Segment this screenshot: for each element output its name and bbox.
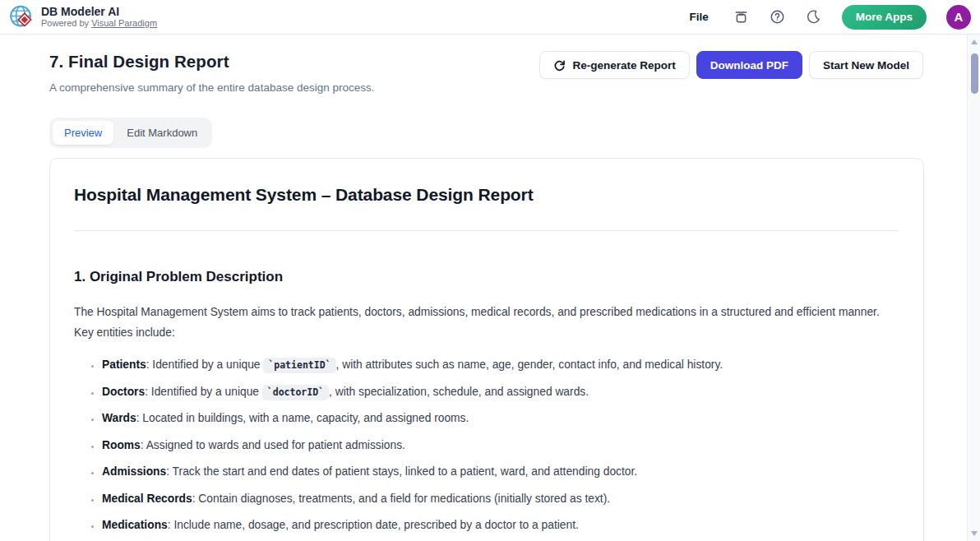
divider (74, 230, 899, 231)
page-subtitle: A comprehensive summary of the entire da… (49, 81, 374, 94)
list-item-medical-records: Medical Records: Contain diagnoses, trea… (102, 491, 899, 507)
scrollbar-thumb[interactable] (971, 53, 978, 94)
header-right-cluster: File More Apps A (684, 5, 971, 30)
vertical-scrollbar[interactable] (967, 35, 980, 541)
list-item-medications: Medications: Include name, dosage, and p… (102, 517, 899, 534)
app-identity: DB Modeler AI Powered by Visual Paradigm (41, 5, 157, 29)
help-icon[interactable] (770, 9, 786, 25)
entity-name: Wards (102, 412, 136, 424)
entity-name: Rooms (102, 439, 141, 451)
inline-code: `patientID` (263, 358, 335, 373)
action-buttons: Re-generate Report Download PDF Start Ne… (539, 51, 923, 79)
list-item-rooms: Rooms: Assigned to wards and used for pa… (102, 437, 899, 454)
entity-name: Medications (102, 519, 168, 531)
section-heading: 1. Original Problem Description (74, 269, 899, 285)
archive-icon[interactable] (733, 9, 750, 25)
regenerate-report-label: Re-generate Report (572, 59, 675, 72)
entity-name: Patients (102, 358, 146, 371)
visual-paradigm-link[interactable]: Visual Paradigm (91, 18, 157, 28)
report-title: Hospital Management System – Database De… (74, 185, 899, 205)
entity-name: Medical Records (102, 492, 192, 505)
report-card: Hospital Management System – Database De… (49, 158, 924, 541)
entity-name: Doctors (102, 386, 145, 398)
download-pdf-button[interactable]: Download PDF (696, 51, 802, 79)
file-menu[interactable]: File (684, 7, 713, 26)
page-head: 7. Final Design Report A comprehensive s… (49, 52, 374, 94)
start-new-model-button[interactable]: Start New Model (809, 51, 923, 79)
list-item-admissions: Admissions: Track the start and end date… (102, 464, 899, 480)
view-tabs: Preview Edit Markdown (49, 118, 212, 148)
scroll-up-arrow-icon[interactable] (971, 39, 978, 44)
moon-icon[interactable] (806, 9, 822, 25)
app-title: DB Modeler AI (41, 5, 157, 18)
app-header: DB Modeler AI Powered by Visual Paradigm… (0, 0, 980, 35)
tab-preview[interactable]: Preview (53, 121, 113, 145)
entity-list: Patients: Identified by a unique `patien… (74, 357, 899, 534)
scroll-down-arrow-icon[interactable] (971, 531, 978, 536)
list-item-doctors: Doctors: Identified by a unique `doctorI… (102, 384, 899, 400)
main-content: 7. Final Design Report A comprehensive s… (0, 35, 967, 541)
list-item-wards: Wards: Located in buildings, with a name… (102, 410, 899, 427)
refresh-icon (553, 59, 566, 72)
more-apps-button[interactable]: More Apps (842, 5, 927, 30)
visual-paradigm-logo-icon (9, 4, 35, 30)
avatar[interactable]: A (946, 5, 971, 30)
page-title: 7. Final Design Report (49, 52, 374, 72)
tab-edit-markdown[interactable]: Edit Markdown (115, 121, 209, 145)
inline-code: `doctorID` (262, 385, 329, 400)
intro-paragraph: The Hospital Management System aims to t… (74, 302, 899, 343)
list-item-patients: Patients: Identified by a unique `patien… (102, 357, 899, 373)
entity-name: Admissions (102, 465, 166, 478)
regenerate-report-button[interactable]: Re-generate Report (539, 51, 689, 79)
powered-by: Powered by Visual Paradigm (41, 18, 157, 29)
